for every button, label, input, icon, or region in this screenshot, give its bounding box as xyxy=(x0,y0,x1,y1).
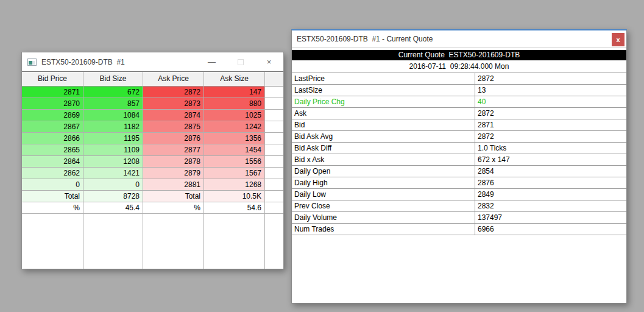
ask-size-cell[interactable]: 1356 xyxy=(204,133,265,144)
bid-size-cell[interactable]: 1421 xyxy=(83,168,143,179)
quote-row: Daily Low 2849 xyxy=(292,189,626,200)
row-stub-cell xyxy=(265,202,283,214)
column-header-ask-price: Ask Price xyxy=(143,72,204,87)
quote-row: Bid x Ask 672 x 147 xyxy=(292,154,626,166)
column-header-bid-price: Bid Price xyxy=(22,72,83,87)
bid-price-cell[interactable]: 2862 xyxy=(22,168,83,179)
field-label: Bid Ask Avg xyxy=(292,131,475,143)
ask-total-label: Total xyxy=(143,191,204,202)
close-button[interactable]: x xyxy=(612,33,625,46)
ask-price-cell[interactable]: 2874 xyxy=(143,110,204,121)
field-value: 2849 xyxy=(475,189,626,200)
quote-timestamp: 2016-07-11 09:28:44.000 Mon xyxy=(292,60,626,73)
field-label: Daily Low xyxy=(292,189,475,200)
ask-size-cell[interactable]: 1242 xyxy=(204,121,265,133)
ask-price-cell[interactable]: 2881 xyxy=(143,179,204,191)
bid-total-label: Total xyxy=(22,191,83,202)
depth-row: 2865 1109 2877 1454 xyxy=(22,144,283,156)
field-value: 13 xyxy=(475,85,626,96)
field-value: 1.0 Ticks xyxy=(475,143,626,154)
quote-row: Num Trades 6966 xyxy=(292,224,626,235)
ask-price-cell[interactable]: 2875 xyxy=(143,121,204,133)
field-value: 2876 xyxy=(475,177,626,189)
bid-size-cell[interactable]: 1109 xyxy=(83,144,143,156)
field-label: Bid Ask Diff xyxy=(292,143,475,154)
bid-price-cell[interactable]: 2864 xyxy=(22,156,83,168)
field-label: Daily High xyxy=(292,177,475,189)
bid-price-cell[interactable]: 2871 xyxy=(22,87,83,98)
bid-size-cell[interactable]: 1182 xyxy=(83,121,143,133)
ask-size-cell[interactable]: 880 xyxy=(204,98,265,110)
bid-size-cell[interactable]: 672 xyxy=(83,87,143,98)
bid-percent-value: 45.4 xyxy=(83,202,143,214)
bid-price-cell[interactable]: 2870 xyxy=(22,98,83,110)
ask-price-cell[interactable]: 2872 xyxy=(143,87,204,98)
ask-size-cell[interactable]: 1567 xyxy=(204,168,265,179)
field-label: Prev Close xyxy=(292,200,475,212)
depth-row: 2871 672 2872 147 xyxy=(22,87,283,98)
field-value: 2854 xyxy=(475,166,626,177)
quote-row: LastSize 13 xyxy=(292,85,626,96)
close-button[interactable]: × xyxy=(255,52,283,71)
ask-total-value: 10.5K xyxy=(204,191,265,202)
row-stub-cell xyxy=(265,156,283,168)
depth-row: 2866 1195 2876 1356 xyxy=(22,133,283,144)
ask-price-cell[interactable]: 2877 xyxy=(143,144,204,156)
ask-size-cell[interactable]: 1025 xyxy=(204,110,265,121)
bid-price-cell[interactable]: 2865 xyxy=(22,144,83,156)
depth-window-title: ESTX50-201609-DTB #1 xyxy=(41,58,197,66)
row-stub-cell xyxy=(265,110,283,121)
quote-window-titlebar[interactable]: ESTX50-201609-DTB #1 - Current Quote x xyxy=(292,30,626,48)
bid-price-cell[interactable]: 2867 xyxy=(22,121,83,133)
bid-size-cell[interactable]: 1208 xyxy=(83,156,143,168)
depth-row: 2867 1182 2875 1242 xyxy=(22,121,283,133)
ask-size-cell[interactable]: 147 xyxy=(204,87,265,98)
column-header-ask-size: Ask Size xyxy=(204,72,265,87)
quote-row: Daily Open 2854 xyxy=(292,166,626,177)
ask-size-cell[interactable]: 1454 xyxy=(204,144,265,156)
minimize-button[interactable]: — xyxy=(197,52,226,71)
bid-price-cell[interactable]: 2866 xyxy=(22,133,83,144)
depth-window-titlebar[interactable]: ESTX50-201609-DTB #1 — × xyxy=(22,52,283,71)
depth-row: 2869 1084 2874 1025 xyxy=(22,110,283,121)
depth-row: 2862 1421 2879 1567 xyxy=(22,168,283,179)
field-value: 2871 xyxy=(475,119,626,131)
depth-table-header: Bid Price Bid Size Ask Price Ask Size xyxy=(22,72,283,87)
ask-percent-label: % xyxy=(143,202,204,214)
maximize-button[interactable] xyxy=(226,52,255,71)
ask-size-cell[interactable]: 1556 xyxy=(204,156,265,168)
quote-row: Bid Ask Avg 2872 xyxy=(292,131,626,143)
bid-size-cell[interactable]: 1195 xyxy=(83,133,143,144)
field-label: Daily Price Chg xyxy=(292,96,475,108)
ask-price-cell[interactable]: 2876 xyxy=(143,133,204,144)
bid-size-cell[interactable]: 857 xyxy=(83,98,143,110)
field-label: Daily Volume xyxy=(292,212,475,224)
field-value: 40 xyxy=(475,96,626,108)
quote-row: Ask 2872 xyxy=(292,108,626,119)
field-label: LastSize xyxy=(292,85,475,96)
bid-size-cell[interactable]: 1084 xyxy=(83,110,143,121)
row-stub-cell xyxy=(265,144,283,156)
bid-price-cell[interactable]: 2869 xyxy=(22,110,83,121)
quote-row: Daily Volume 137497 xyxy=(292,212,626,224)
row-stub-cell xyxy=(265,87,283,98)
ask-price-cell[interactable]: 2879 xyxy=(143,168,204,179)
bid-percent-label: % xyxy=(22,202,83,214)
bid-size-cell[interactable]: 0 xyxy=(83,179,143,191)
ask-price-cell[interactable]: 2873 xyxy=(143,98,204,110)
percent-row: % 45.4 % 54.6 xyxy=(22,202,283,214)
bid-price-cell[interactable]: 0 xyxy=(22,179,83,191)
row-stub-cell xyxy=(265,168,283,179)
quote-row: Daily High 2876 xyxy=(292,177,626,189)
current-quote-window: ESTX50-201609-DTB #1 - Current Quote x C… xyxy=(291,29,627,303)
quote-row: Bid Ask Diff 1.0 Ticks xyxy=(292,143,626,154)
depth-row: 2870 857 2873 880 xyxy=(22,98,283,110)
bid-total-value: 8728 xyxy=(83,191,143,202)
field-value: 672 x 147 xyxy=(475,154,626,166)
row-stub-cell xyxy=(265,121,283,133)
row-stub-cell xyxy=(265,98,283,110)
field-label: Daily Open xyxy=(292,166,475,177)
quote-row: Bid 2871 xyxy=(292,119,626,131)
ask-price-cell[interactable]: 2878 xyxy=(143,156,204,168)
ask-size-cell[interactable]: 1268 xyxy=(204,179,265,191)
